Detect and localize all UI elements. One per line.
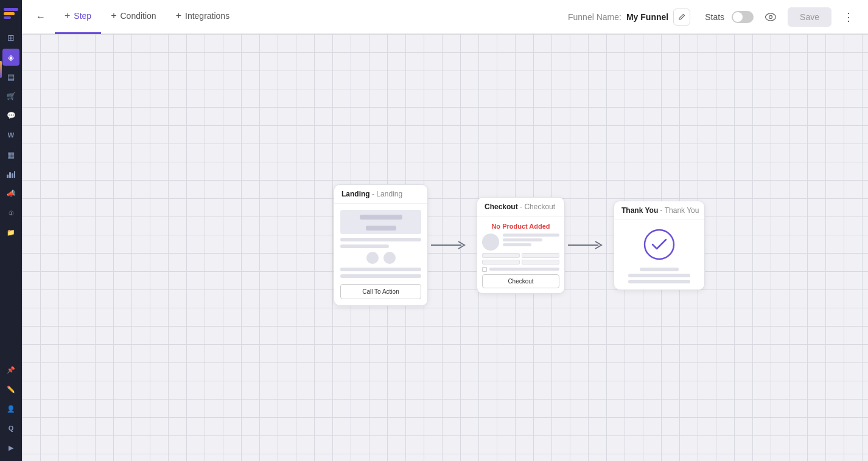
checkout-fields <box>482 253 559 265</box>
co-field-row-1 <box>482 253 559 258</box>
sidebar-item-pin[interactable]: 📌 <box>2 361 19 378</box>
co-field-4 <box>522 260 559 265</box>
lp-circle-2 <box>383 252 396 264</box>
ty-line-2 <box>628 274 690 277</box>
thankyou-preview <box>614 220 704 289</box>
no-product-text: No Product Added <box>482 221 559 231</box>
more-options-button[interactable]: ⋮ <box>839 7 858 27</box>
checkout-cta-button[interactable]: Checkout <box>482 274 559 288</box>
co-field-1 <box>482 253 520 258</box>
sidebar-item-funnels[interactable]: ◈ <box>2 49 19 66</box>
sidebar-item-megaphone[interactable]: 📣 <box>2 185 19 202</box>
tab-integrations-label: Integrations <box>185 11 229 21</box>
landing-header-bar <box>340 210 421 234</box>
svg-rect-2 <box>4 16 11 19</box>
landing-card[interactable]: Landing - Landing <box>334 184 428 306</box>
thankyou-lines <box>620 268 698 283</box>
lp-line-3 <box>340 268 421 271</box>
tab-step-label: Step <box>74 11 91 21</box>
sidebar-item-badge[interactable]: ① <box>2 204 19 221</box>
landing-lines-2 <box>340 268 421 278</box>
landing-cta-button[interactable]: Call To Action <box>340 284 421 299</box>
integrations-plus-icon: + <box>176 10 181 21</box>
stats-toggle[interactable] <box>732 11 754 23</box>
sidebar-item-feedback[interactable]: 💬 <box>2 107 19 124</box>
sidebar-item-folder[interactable]: 📁 <box>2 224 19 241</box>
landing-card-header: Landing - Landing <box>334 185 427 204</box>
sidebar-item-woo[interactable]: W <box>2 127 19 144</box>
preview-button[interactable] <box>761 7 780 27</box>
checkout-checkbox <box>482 267 487 272</box>
logo[interactable] <box>2 5 19 22</box>
funnel-canvas[interactable]: Landing - Landing <box>22 34 868 461</box>
thankyou-card[interactable]: Thank You - Thank You <box>614 201 705 290</box>
condition-plus-icon: + <box>111 10 116 21</box>
lp-line-2 <box>340 244 389 248</box>
sidebar: ⊞ ◈ ▤ 🛒 💬 W ▦ 📣 ① 📁 📌 ✏️ <box>0 0 22 461</box>
checkout-card[interactable]: Checkout - Checkout No Product Added <box>477 197 565 294</box>
svg-rect-3 <box>7 175 9 178</box>
svg-rect-1 <box>4 12 15 15</box>
funnel-flow: Landing - Landing <box>334 184 705 306</box>
svg-rect-5 <box>12 173 13 178</box>
lp-circle-1 <box>366 252 379 264</box>
checkout-checkbox-row <box>482 267 559 272</box>
funnel-name-value: My Funnel <box>626 12 668 22</box>
co-field-2 <box>522 253 559 258</box>
checkout-avatar <box>482 234 499 251</box>
co-line-2 <box>503 238 542 241</box>
lp-line-4 <box>340 274 421 278</box>
svg-rect-4 <box>9 172 11 178</box>
lp-line-1 <box>340 238 421 241</box>
back-button[interactable]: ← <box>32 8 50 26</box>
arrow-landing-to-checkout <box>428 233 477 257</box>
co-line-3 <box>503 243 531 246</box>
sidebar-item-user[interactable]: 👤 <box>2 400 19 417</box>
sidebar-item-chart[interactable] <box>2 165 19 182</box>
main-area: ← + Step + Condition + Integrations Funn… <box>22 0 868 461</box>
svg-point-7 <box>769 15 772 18</box>
sidebar-item-orders[interactable]: 🛒 <box>2 88 19 105</box>
checkout-preview: No Product Added <box>477 217 564 293</box>
sidebar-item-dashboard[interactable]: ⊞ <box>2 29 19 46</box>
save-button[interactable]: Save <box>788 7 831 27</box>
edit-funnel-name-button[interactable] <box>673 9 690 26</box>
ty-line-3 <box>628 280 690 283</box>
tab-step[interactable]: + Step <box>55 0 101 34</box>
funnel-name-section: Funnel Name: My Funnel <box>568 9 690 26</box>
sidebar-item-builder[interactable]: ▦ <box>2 146 19 163</box>
co-line-1 <box>503 234 559 237</box>
tab-integrations[interactable]: + Integrations <box>166 0 240 34</box>
thankyou-card-header: Thank You - Thank You <box>614 201 704 220</box>
topbar-tabs: + Step + Condition + Integrations <box>55 0 553 34</box>
tab-condition[interactable]: + Condition <box>101 0 166 34</box>
checkout-check-line <box>489 268 559 271</box>
checkout-product-row <box>482 234 559 251</box>
landing-preview: Call To Action <box>334 204 427 305</box>
step-plus-icon: + <box>65 10 70 21</box>
thankyou-subtitle: - Thank You <box>660 206 699 215</box>
tab-condition-label: Condition <box>121 11 156 21</box>
checkout-product-lines <box>503 234 559 246</box>
arrow-checkout-to-thankyou <box>565 233 614 257</box>
svg-rect-0 <box>4 8 18 11</box>
checkout-title: Checkout <box>485 203 518 211</box>
sidebar-item-pen[interactable]: ✏️ <box>2 381 19 398</box>
landing-circles <box>340 252 421 264</box>
sidebar-item-play[interactable]: ▶ <box>2 439 19 456</box>
funnel-name-label: Funnel Name: <box>568 12 621 22</box>
topbar: ← + Step + Condition + Integrations Funn… <box>22 0 868 34</box>
sidebar-item-pages[interactable]: ▤ <box>2 68 19 85</box>
sidebar-bottom: 📌 ✏️ 👤 Q ▶ <box>2 361 19 456</box>
thankyou-title: Thank You <box>621 206 658 215</box>
sidebar-item-question[interactable]: Q <box>2 420 19 437</box>
ty-line-1 <box>640 268 679 271</box>
checkout-subtitle: - Checkout <box>520 203 555 211</box>
svg-point-8 <box>645 230 674 259</box>
checkout-card-header: Checkout - Checkout <box>477 198 564 217</box>
thankyou-check-icon <box>641 226 677 263</box>
landing-lines <box>340 238 421 248</box>
co-field-row-2 <box>482 260 559 265</box>
svg-rect-6 <box>14 171 15 178</box>
active-indicator <box>0 61 2 78</box>
